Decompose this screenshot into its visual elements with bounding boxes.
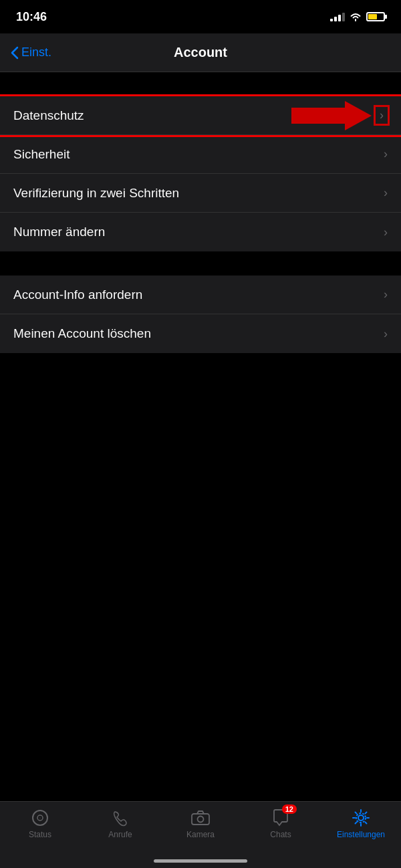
status-time: 10:46: [16, 10, 47, 24]
datenschutz-label: Datenschutz: [13, 108, 84, 123]
nummer-aendern-item[interactable]: Nummer ändern ›: [0, 213, 401, 251]
calls-icon: [111, 808, 130, 827]
account-loeschen-label: Meinen Account löschen: [13, 326, 151, 341]
tab-kamera[interactable]: Kamera: [160, 808, 241, 839]
account-settings-group-1: Datenschutz › Sicherheit › Verifizierung…: [0, 96, 401, 251]
wifi-icon: [349, 12, 362, 21]
battery-icon: [366, 12, 385, 21]
svg-marker-0: [291, 101, 372, 130]
tab-einstellungen[interactable]: Einstellungen: [321, 808, 401, 839]
account-loeschen-item[interactable]: Meinen Account löschen ›: [0, 314, 401, 353]
verifizierung-chevron: ›: [384, 186, 388, 200]
datenschutz-chevron: ›: [376, 107, 388, 124]
status-bar: 10:46: [0, 0, 401, 33]
tab-chats[interactable]: 12 Chats: [241, 808, 321, 839]
tab-kamera-label: Kamera: [186, 830, 215, 839]
home-indicator: [154, 859, 247, 863]
chats-icon: 12: [271, 808, 290, 827]
back-button[interactable]: Einst.: [11, 45, 51, 60]
tab-bar: Status Anrufe Kamera 12 Chats: [0, 801, 401, 868]
sicherheit-item[interactable]: Sicherheit ›: [0, 135, 401, 174]
account-info-chevron: ›: [384, 288, 388, 302]
red-arrow-annotation: [291, 101, 372, 130]
svg-point-5: [198, 817, 204, 823]
nummer-aendern-chevron: ›: [384, 225, 388, 239]
tab-chats-label: Chats: [270, 830, 291, 839]
settings-icon: [352, 808, 370, 827]
tab-einstellungen-label: Einstellungen: [337, 830, 385, 839]
signal-icon: [330, 12, 345, 21]
svg-point-3: [40, 818, 41, 819]
tab-anrufe[interactable]: Anrufe: [80, 808, 160, 839]
status-icon: [31, 808, 49, 827]
verifizierung-label: Verifizierung in zwei Schritten: [13, 186, 179, 201]
account-info-item[interactable]: Account-Info anfordern ›: [0, 276, 401, 314]
chats-badge: 12: [282, 804, 297, 814]
account-settings-group-2: Account-Info anfordern › Meinen Account …: [0, 276, 401, 353]
back-label: Einst.: [21, 45, 51, 60]
datenschutz-item[interactable]: Datenschutz ›: [0, 96, 401, 135]
nummer-aendern-label: Nummer ändern: [13, 225, 105, 239]
account-info-label: Account-Info anfordern: [13, 288, 142, 302]
page-title: Account: [174, 45, 227, 60]
tab-status-label: Status: [29, 830, 51, 839]
section-gap-1: [0, 72, 401, 96]
tab-anrufe-label: Anrufe: [108, 830, 132, 839]
sicherheit-chevron: ›: [384, 147, 388, 161]
tab-status[interactable]: Status: [0, 808, 80, 839]
status-icons: [330, 12, 385, 21]
svg-rect-4: [192, 814, 209, 825]
section-gap-2: [0, 251, 401, 276]
svg-point-6: [358, 815, 364, 821]
sicherheit-label: Sicherheit: [13, 147, 70, 162]
account-loeschen-chevron: ›: [384, 327, 388, 341]
verifizierung-item[interactable]: Verifizierung in zwei Schritten ›: [0, 174, 401, 213]
camera-icon: [191, 808, 210, 827]
nav-bar: Einst. Account: [0, 33, 401, 72]
chevron-left-icon: [11, 46, 19, 60]
